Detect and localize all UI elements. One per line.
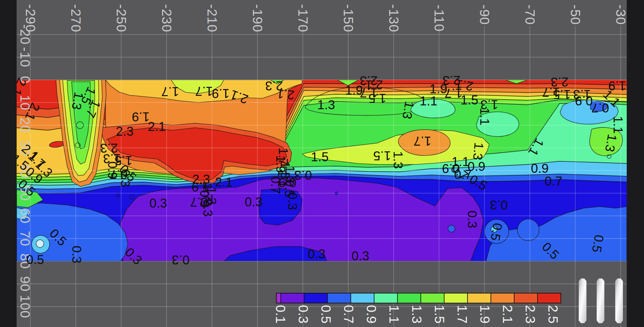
app-screen: -290-270-250-230-210-190-170-150-130-110… <box>0 0 644 327</box>
contour-value-label: 1.1 <box>612 116 624 134</box>
colorbar-label: 0.9 <box>365 305 378 323</box>
contour-value-label: 0.3 <box>490 199 508 211</box>
x-tick-label: -250 <box>114 4 128 32</box>
contour-value-label: 0.5 <box>47 226 69 248</box>
contour-value-label: 1.9 <box>132 110 150 123</box>
contour-value-label: 2.1 <box>148 120 166 133</box>
colorbar-label: 2.5 <box>546 305 560 323</box>
x-tick-label: -150 <box>342 4 355 32</box>
contour-value-label: 1.3 <box>70 91 85 111</box>
contour-value-label: 1.3 <box>392 151 404 169</box>
contour-value-label: 0.3 <box>286 192 299 210</box>
pillar-button-1[interactable] <box>579 278 586 323</box>
x-tick-label: -130 <box>387 4 400 32</box>
contour-value-label: 0.3 <box>294 169 312 182</box>
colorbar-segment <box>277 293 281 303</box>
contour-value-label: 0.5 <box>26 253 44 266</box>
colorbar-label: 1.3 <box>410 305 423 323</box>
contour-value-label: 0.5 <box>590 234 606 254</box>
contour-value-label: 1.7 <box>195 85 213 98</box>
pillar-button-3[interactable] <box>615 278 623 323</box>
contour-value-label: 0.3 <box>70 246 83 263</box>
colorbar-label: 2.3 <box>523 305 537 323</box>
contour-value-label: 1.5 <box>553 88 571 101</box>
x-tick-label: -90 <box>478 4 491 25</box>
contour-value-label: 1.3 <box>603 133 619 153</box>
colorbar-label: 1.7 <box>455 305 469 323</box>
contour-value-label: 0.7 <box>269 176 282 194</box>
contour-value-label: 1.9 <box>212 87 230 100</box>
x-tick-label: -30 <box>614 4 627 25</box>
x-tick-label: -70 <box>523 4 537 25</box>
y-tick-label: 100 <box>18 295 32 318</box>
y-tick-label: -20 <box>18 24 32 45</box>
contour-value-label: 0.3 <box>245 195 263 208</box>
colorbar-label: 0.7 <box>342 305 355 323</box>
contour-value-label: 0.3 <box>149 197 167 209</box>
colorbar-label: 1.9 <box>478 305 491 323</box>
contour-value-label: 1.7 <box>413 135 431 148</box>
colorbar-segment <box>398 293 421 303</box>
contour-value-label: 1.3 <box>400 100 416 120</box>
contour-value-label: 2.1 <box>215 176 233 188</box>
contour-value-label: 0.3 <box>119 169 132 187</box>
contour-value-label: 1.1 <box>420 95 437 107</box>
y-tick-label: 70 <box>18 231 32 247</box>
colorbar-segment <box>444 293 468 303</box>
letterbox-right <box>627 0 644 327</box>
colorbar-segment <box>374 293 398 303</box>
colorbar-segment <box>491 293 514 303</box>
colorbar-segment <box>281 293 304 303</box>
contour-value-label: 0.3 <box>172 254 190 266</box>
contour-value-label: 1.3 <box>317 98 335 111</box>
colorbar-label: 0.1 <box>274 305 287 323</box>
contour-value-label: 1.3 <box>471 142 486 161</box>
contour-value-label: 0.9 <box>575 95 593 107</box>
colorbar-segment <box>304 293 328 303</box>
x-tick-label: -170 <box>296 4 310 32</box>
contour-value-label: 0.3 <box>351 249 369 262</box>
colorbar-label: 1.1 <box>387 305 401 323</box>
contour-value-label: 1.5 <box>311 150 329 163</box>
contour-value-label: 1.5 <box>373 149 391 162</box>
contour-value-label: 0.3 <box>201 199 214 217</box>
contour-value-label: 0.7 <box>545 175 562 187</box>
x-tick-label: -110 <box>432 5 446 32</box>
contour-value-label: 0.5 <box>540 240 562 262</box>
colorbar-segment <box>514 293 538 303</box>
contour-value-label: 1.7 <box>444 87 462 100</box>
contour-value-label: 1.7 <box>161 85 179 98</box>
y-tick-label: 90 <box>18 276 32 292</box>
x-tick-label: -270 <box>69 4 82 32</box>
contour-value-label: 0.3 <box>466 210 479 228</box>
contour-value-label: 0.9 <box>531 162 549 175</box>
colorbar-segment <box>351 293 374 303</box>
y-tick-label: -10 <box>18 47 32 67</box>
x-tick-label: -190 <box>251 4 264 32</box>
colorbar-legend[interactable] <box>276 293 561 303</box>
colorbar-label: 0.5 <box>319 305 333 323</box>
contour-value-label: 0.7 <box>591 102 609 114</box>
colorbar-label: 0.3 <box>296 305 310 323</box>
y-tick-label: 60 <box>18 208 32 224</box>
label-layer: -290-270-250-230-210-190-170-150-130-110… <box>0 0 644 327</box>
contour-value-label: 2.1 <box>229 88 250 106</box>
contour-value-label: 1.5 <box>368 92 386 105</box>
contour-value-label: 2.3 <box>116 125 134 138</box>
colorbar-segment <box>328 293 351 303</box>
letterbox-left <box>0 0 17 327</box>
colorbar-segment <box>468 293 491 303</box>
contour-value-label: 0.5 <box>489 222 504 242</box>
contour-value-label: 1.1 <box>478 108 491 125</box>
colorbar-label: 1.5 <box>433 305 446 323</box>
contour-value-label: 2.1 <box>276 87 295 102</box>
x-tick-label: -210 <box>205 4 219 32</box>
pillar-button-2[interactable] <box>597 278 604 323</box>
contour-value-label: 1.5 <box>460 94 478 106</box>
contour-value-label: 0.3 <box>123 245 145 267</box>
colorbar-segment <box>421 293 444 303</box>
contour-value-label: 0.3 <box>308 247 326 260</box>
colorbar-label: 2.1 <box>501 305 514 323</box>
x-tick-label: -230 <box>160 4 173 32</box>
colorbar-segment <box>538 293 561 303</box>
